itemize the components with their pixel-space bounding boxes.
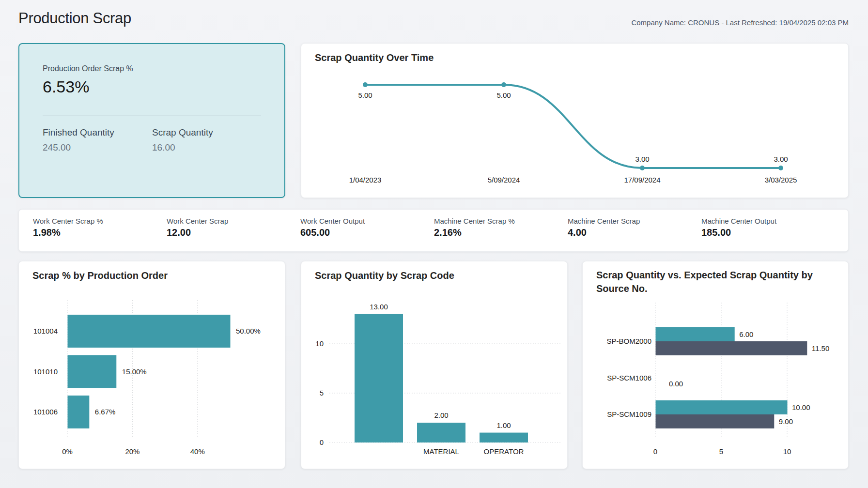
axis-tick-label: 5 [320, 389, 324, 397]
kpi-label: Machine Center Scrap [568, 217, 701, 225]
kpi-value: 12.00 [167, 227, 300, 238]
kpi-work-center-scrap[interactable]: Work Center Scrap 12.00 [167, 217, 300, 251]
kpi-value: 605.00 [300, 227, 434, 238]
kpi-value: 185.00 [701, 227, 835, 238]
scrap-quantity-by-scrap-code-panel[interactable]: Scrap Quantity by Scrap Code 051013.002.… [301, 261, 568, 469]
value-label: 10.00 [792, 403, 810, 412]
kpi-machine-center-scrap-pct[interactable]: Machine Center Scrap % 2.16% [434, 217, 568, 251]
kpi-machine-center-scrap[interactable]: Machine Center Scrap 4.00 [568, 217, 701, 251]
kpi-work-center-scrap-pct[interactable]: Work Center Scrap % 1.98% [33, 217, 167, 251]
zero-value-label: 0.00 [669, 380, 683, 388]
kpi-machine-center-output[interactable]: Machine Center Output 185.00 [701, 217, 835, 251]
bar-scrap-SP-SCM1009[interactable] [656, 400, 788, 414]
column-chart-title: Scrap Quantity by Scrap Code [315, 270, 454, 281]
value-label: 2.00 [434, 411, 448, 419]
line-chart-title: Scrap Quantity Over Time [315, 52, 434, 63]
axis-tick-label: 5 [719, 447, 723, 456]
card-divider [43, 116, 261, 116]
page-title: Production Scrap [18, 10, 131, 27]
bar-blank[interactable] [355, 314, 403, 442]
bar-101004[interactable] [68, 315, 231, 348]
value-label: 9.00 [779, 417, 793, 426]
axis-tick-label: 20% [125, 447, 140, 456]
value-label: 11.50 [812, 344, 829, 352]
x-axis-label: 1/04/2023 [349, 176, 382, 184]
category-label: OPERATOR [484, 447, 524, 456]
bar-expected-SP-BOM2000[interactable] [656, 341, 807, 355]
data-point[interactable] [501, 82, 506, 87]
hbar-chart: 0%20%40%10100450.00%10101015.00%1010066.… [19, 261, 286, 470]
category-label: 101004 [33, 327, 58, 335]
column-chart: 051013.002.00MATERIAL1.00OPERATOR [301, 261, 568, 470]
category-label: 101010 [33, 367, 58, 376]
kpi-label: Work Center Output [300, 217, 434, 225]
bar-101010[interactable] [68, 355, 117, 388]
value-label: 6.00 [739, 330, 753, 338]
line-chart: 5.001/04/20235.005/09/20243.0017/09/2024… [301, 44, 849, 198]
value-label: 6.67% [95, 408, 116, 416]
category-label: SP-SCM1006 [607, 374, 651, 382]
card-value: 6.53% [43, 77, 261, 96]
data-point[interactable] [640, 166, 645, 170]
card-label: Production Order Scrap % [43, 64, 261, 73]
bar-scrap-SP-BOM2000[interactable] [656, 327, 735, 341]
value-label: 5.00 [496, 91, 511, 99]
scrap-quantity-metric: Scrap Quantity 16.00 [152, 127, 213, 153]
card-metrics: Finished Quantity 245.00 Scrap Quantity … [43, 127, 261, 153]
data-point[interactable] [363, 82, 368, 87]
axis-tick-label: 0 [320, 438, 324, 446]
x-axis-label: 3/03/2025 [765, 176, 797, 184]
value-label: 5.00 [358, 91, 372, 99]
scrap-quantity-label: Scrap Quantity [152, 127, 213, 138]
axis-tick-label: 10 [315, 339, 324, 348]
kpi-value: 2.16% [434, 227, 568, 238]
x-axis-label: 17/09/2024 [624, 176, 660, 184]
axis-tick-label: 0% [62, 447, 73, 456]
value-label: 13.00 [370, 303, 388, 311]
hbar-chart-title: Scrap % by Production Order [32, 270, 168, 281]
value-label: 3.00 [774, 155, 788, 163]
kpi-work-center-output[interactable]: Work Center Output 605.00 [300, 217, 434, 251]
scrap-quantity-value: 16.00 [152, 142, 213, 153]
bar-OPERATOR[interactable] [480, 433, 528, 442]
value-label: 15.00% [122, 367, 147, 376]
finished-quantity-label: Finished Quantity [43, 127, 152, 138]
finished-quantity-metric: Finished Quantity 245.00 [43, 127, 152, 153]
company-refresh-info: Company Name: CRONUS - Last Refreshed: 1… [631, 18, 849, 27]
scrap-pct-by-production-order-panel[interactable]: Scrap % by Production Order 0%20%40%1010… [18, 261, 285, 469]
value-label: 50.00% [236, 327, 261, 335]
grouped-chart-title: Scrap Quantity vs. Expected Scrap Quanti… [596, 268, 826, 295]
axis-tick-label: 10 [783, 447, 791, 456]
value-label: 1.00 [496, 421, 511, 429]
category-label: SP-SCM1009 [607, 410, 651, 418]
data-point[interactable] [778, 166, 783, 170]
kpi-label: Work Center Scrap % [33, 217, 167, 225]
finished-quantity-value: 245.00 [43, 142, 152, 153]
kpi-strip: Work Center Scrap % 1.98% Work Center Sc… [18, 209, 849, 252]
value-label: 3.00 [635, 155, 649, 163]
scrap-vs-expected-by-source-panel[interactable]: Scrap Quantity vs. Expected Scrap Quanti… [582, 261, 849, 469]
production-order-scrap-card[interactable]: Production Order Scrap % 6.53% Finished … [18, 43, 285, 198]
kpi-value: 4.00 [568, 227, 701, 238]
scrap-quantity-over-time-panel[interactable]: Scrap Quantity Over Time 5.001/04/20235.… [301, 43, 849, 198]
bar-expected-SP-SCM1009[interactable] [656, 414, 775, 428]
bar-MATERIAL[interactable] [417, 423, 465, 442]
kpi-label: Machine Center Scrap % [434, 217, 568, 225]
kpi-value: 1.98% [33, 227, 167, 238]
kpi-label: Machine Center Output [701, 217, 835, 225]
kpi-label: Work Center Scrap [167, 217, 300, 225]
x-axis-label: 5/09/2024 [488, 176, 520, 184]
axis-tick-label: 40% [190, 447, 205, 456]
category-label: SP-BOM2000 [606, 337, 651, 345]
category-label: MATERIAL [423, 447, 459, 456]
line-path [365, 85, 781, 168]
bar-101006[interactable] [68, 396, 90, 428]
category-label: 101006 [33, 408, 58, 416]
axis-tick-label: 0 [653, 447, 657, 456]
